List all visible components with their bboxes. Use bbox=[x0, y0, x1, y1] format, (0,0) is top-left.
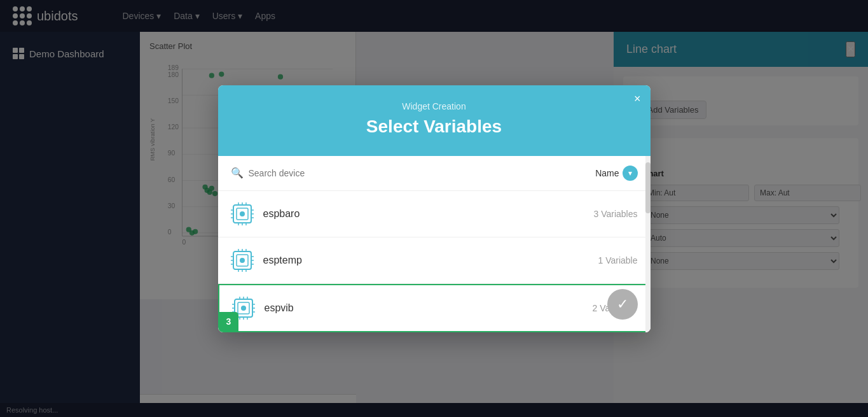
device-list: espbaro 3 Variables bbox=[218, 191, 651, 332]
device-icon-espbaro bbox=[231, 202, 254, 225]
device-icon-esptemp bbox=[231, 249, 254, 272]
modal-subtitle: Widget Creation bbox=[237, 101, 631, 111]
modal-scrollbar-thumb bbox=[645, 162, 651, 213]
device-item-esptemp[interactable]: esptemp 1 Variable bbox=[218, 237, 651, 284]
sort-dropdown[interactable]: Name ▾ bbox=[595, 166, 637, 181]
search-input-wrap: 🔍 bbox=[231, 167, 596, 179]
device-left-esptemp: esptemp bbox=[231, 249, 302, 272]
search-input[interactable] bbox=[249, 168, 596, 178]
device-left-espbaro: espbaro bbox=[231, 202, 300, 225]
device-name-esptemp: esptemp bbox=[263, 255, 302, 266]
selected-count-badge: 3 bbox=[219, 312, 238, 331]
search-bar: 🔍 Name ▾ bbox=[218, 156, 651, 191]
modal-scrollbar[interactable] bbox=[645, 156, 651, 332]
sort-label: Name bbox=[595, 168, 619, 178]
device-vars-espbaro: 3 Variables bbox=[593, 209, 637, 219]
modal-header: Widget Creation Select Variables × bbox=[218, 85, 651, 156]
sort-dropdown-icon: ▾ bbox=[623, 166, 638, 181]
modal-overlay: Widget Creation Select Variables × 🔍 Nam… bbox=[0, 0, 868, 417]
widget-creation-modal: Widget Creation Select Variables × 🔍 Nam… bbox=[218, 85, 651, 332]
device-item-espvib[interactable]: espvib 2 Variables 3 bbox=[218, 284, 651, 332]
search-icon: 🔍 bbox=[231, 167, 244, 179]
modal-title: Select Variables bbox=[237, 117, 631, 137]
device-left-espvib: espvib bbox=[232, 297, 294, 320]
device-vars-esptemp: 1 Variable bbox=[598, 255, 637, 265]
modal-confirm-button[interactable]: ✓ bbox=[607, 289, 638, 320]
device-name-espvib: espvib bbox=[265, 302, 294, 314]
svg-point-36 bbox=[240, 211, 245, 216]
modal-close-button[interactable]: × bbox=[634, 93, 641, 104]
svg-point-51 bbox=[240, 258, 245, 263]
svg-point-66 bbox=[241, 306, 246, 311]
modal-body: 🔍 Name ▾ bbox=[218, 156, 651, 332]
device-name-espbaro: espbaro bbox=[263, 208, 300, 220]
device-item-espbaro[interactable]: espbaro 3 Variables bbox=[218, 191, 651, 237]
